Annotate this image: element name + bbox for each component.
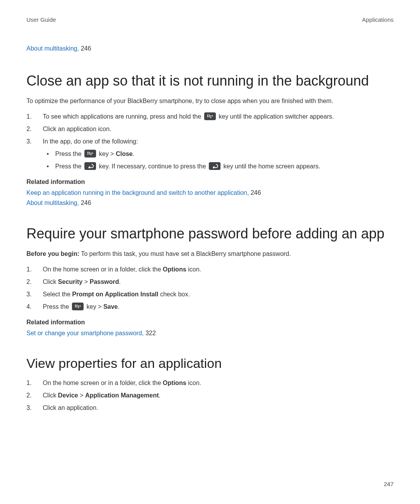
related-info-heading: Related information [26, 177, 394, 187]
step-gt: > [78, 392, 85, 399]
options-label: Options [163, 380, 186, 386]
step-text: key > [86, 303, 103, 310]
about-multitasking-link[interactable]: About multitasking, [26, 45, 79, 52]
step-text: Click [43, 278, 58, 285]
bullet-text: Press the [55, 163, 83, 170]
step-text: icon. [186, 266, 201, 273]
svg-point-2 [207, 116, 208, 117]
before-you-begin: Before you begin: To perform this task, … [26, 249, 394, 259]
step-text: icon. [186, 380, 201, 386]
bullet-text: key until the home screen appears. [223, 163, 320, 170]
step-item: On the home screen or in a folder, click… [26, 265, 394, 274]
step-item: To see which applications are running, p… [26, 112, 394, 121]
before-begin-text: To perform this task, you must have set … [79, 250, 291, 257]
svg-point-18 [78, 306, 79, 307]
step-item: Press the key > Save. [26, 302, 394, 312]
step-gt: > [82, 278, 89, 285]
view-properties-steps: On the home screen or in a folder, click… [26, 378, 394, 413]
header-right: Applications [362, 16, 394, 24]
bullet-text: key. If necessary, continue to press the [99, 163, 208, 170]
svg-point-1 [208, 115, 210, 116]
back-key-icon [209, 162, 220, 170]
device-label: Device [58, 392, 78, 399]
svg-point-16 [75, 306, 76, 308]
svg-point-11 [91, 153, 92, 154]
menu-key-icon [204, 112, 216, 120]
svg-point-6 [210, 117, 211, 118]
bullet-item: Press the key > Close. [43, 149, 394, 159]
set-change-password-link[interactable]: Set or change your smartphone password, [26, 330, 144, 336]
step-text: Click an application icon. [43, 126, 111, 132]
sub-bullets: Press the key > Close. Press the key. I [43, 149, 394, 171]
about-multitasking-page: 246 [79, 45, 91, 52]
svg-point-9 [88, 154, 89, 155]
step-text: Click an application. [43, 404, 98, 411]
back-key-icon [84, 162, 96, 170]
svg-point-12 [92, 153, 93, 154]
step-text: check box. [158, 291, 190, 298]
bullet-text: Press the [55, 150, 83, 157]
menu-key-icon [72, 303, 84, 310]
require-password-steps: On the home screen or in a folder, click… [26, 265, 394, 312]
view-properties-heading: View properties for an application [26, 355, 394, 372]
bullet-text: . [133, 150, 134, 157]
close-label: Close [116, 150, 133, 157]
step-text: To see which applications are running, p… [43, 113, 203, 120]
close-app-heading: Close an app so that it is not running i… [26, 72, 394, 89]
step-text: . [119, 278, 121, 285]
before-begin-label: Before you begin: [26, 250, 79, 257]
options-label: Options [163, 266, 186, 273]
step-text: key until the application switcher appea… [219, 113, 334, 120]
about-multitasking-link-2[interactable]: About multitasking, [26, 200, 79, 206]
step-text: In the app, do one of the following: [43, 138, 138, 145]
step-text: Press the [43, 303, 71, 310]
security-label: Security [58, 278, 82, 285]
require-password-heading: Require your smartphone password before … [26, 225, 394, 242]
top-related-link-row: About multitasking, 246 [26, 44, 394, 53]
step-item: On the home screen or in a folder, click… [26, 378, 394, 388]
svg-point-8 [89, 152, 90, 153]
step-item: Click an application. [26, 403, 394, 413]
related-page: 246 [249, 189, 261, 196]
step-text: . [159, 392, 160, 399]
svg-point-5 [212, 116, 213, 117]
close-app-intro: To optimize the performance of your Blac… [26, 96, 394, 106]
svg-point-17 [77, 306, 78, 308]
step-item: Click an application icon. [26, 124, 394, 134]
header-left: User Guide [26, 16, 56, 24]
svg-point-13 [91, 154, 92, 156]
prompt-install-label: Prompt on Application Install [72, 291, 159, 298]
close-app-steps: To see which applications are running, p… [26, 112, 394, 171]
step-text: On the home screen or in a folder, click… [43, 266, 163, 273]
save-label: Save [103, 303, 118, 310]
svg-point-20 [78, 307, 79, 308]
related-page: 322 [144, 330, 156, 336]
svg-point-10 [89, 154, 90, 155]
svg-point-14 [75, 305, 76, 306]
svg-point-19 [80, 306, 81, 307]
bullet-text: key > [99, 150, 116, 157]
related-link-row: Set or change your smartphone password, … [26, 329, 394, 338]
related-link-row: About multitasking, 246 [26, 198, 394, 208]
page-number: 247 [384, 480, 394, 489]
step-text: On the home screen or in a folder, click… [43, 380, 163, 386]
step-item: Select the Prompt on Application Install… [26, 290, 394, 299]
app-management-label: Application Management [85, 392, 159, 399]
svg-point-7 [88, 152, 89, 153]
svg-point-0 [207, 115, 208, 116]
step-text: . [118, 303, 119, 310]
svg-point-15 [77, 305, 78, 306]
related-page: 246 [79, 200, 91, 206]
password-label: Password [89, 278, 119, 285]
svg-point-3 [208, 116, 210, 117]
related-link-row: Keep an application running in the backg… [26, 188, 394, 198]
step-item: Click Security > Password. [26, 277, 394, 287]
related-info-heading: Related information [26, 318, 394, 327]
bullet-item: Press the key. If necessary, continue to… [43, 162, 394, 171]
svg-point-4 [210, 116, 211, 117]
step-item: Click Device > Application Management. [26, 391, 394, 400]
page-header: User Guide Applications [26, 16, 394, 24]
menu-key-icon [84, 150, 96, 158]
step-text: Click [43, 392, 58, 399]
keep-app-running-link[interactable]: Keep an application running in the backg… [26, 189, 249, 196]
